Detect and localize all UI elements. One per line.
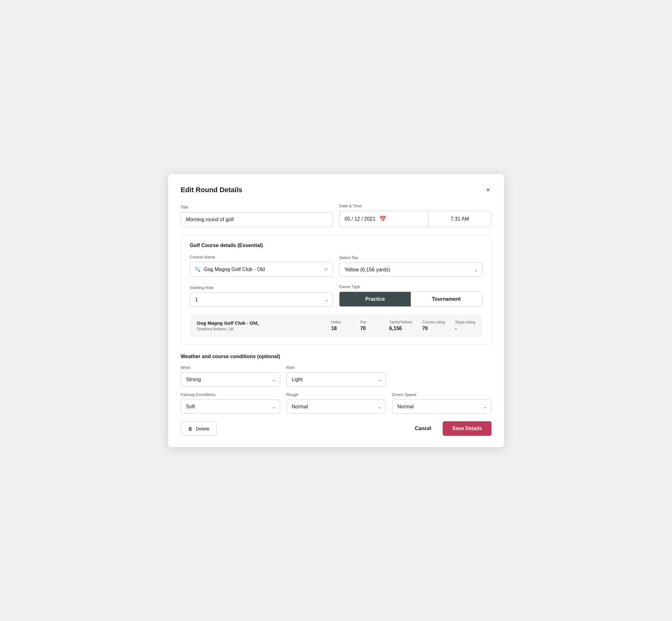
par-stat: Par 70 [360,320,379,331]
wind-label: Wind [181,365,280,370]
modal-title: Edit Round Details [181,186,243,194]
weather-section: Weather and course conditions (optional)… [181,354,492,414]
close-button[interactable]: × [485,185,492,195]
fairway-select-wrap: Firm Normal Soft Wet ⌄ [181,400,280,414]
slope-rating-label: Slope rating [455,320,475,324]
yards-label: Yards(Yellow) [389,320,412,324]
select-tee-wrap: Yellow (6,156 yards) White (6,500 yards)… [339,262,482,277]
course-info-box: Gog Magog Golf Club - Old, Shelford Bott… [190,314,482,337]
rough-dropdown[interactable]: Short Normal Long [287,400,386,414]
yards-stat: Yards(Yellow) 6,156 [389,320,412,331]
green-speed-select-wrap: Slow Normal Fast Very Fast ⌄ [392,400,492,414]
title-group: Title [181,205,333,227]
course-name-search[interactable]: 🔍 ✕ [190,262,333,277]
title-label: Title [181,205,333,210]
practice-toggle-button[interactable]: Practice [339,292,411,306]
search-icon: 🔍 [195,266,201,272]
course-tee-row: Course Name 🔍 ✕ Select Tee Yellow (6,156… [190,255,482,277]
course-rating-stat: Course rating 70 [422,320,445,331]
clear-icon[interactable]: ✕ [324,266,328,272]
select-tee-group: Select Tee Yellow (6,156 yards) White (6… [339,255,482,277]
starting-hole-dropdown[interactable]: 1 10 [190,292,333,307]
green-speed-dropdown[interactable]: Slow Normal Fast Very Fast [392,400,492,414]
starting-hole-label: Starting Hole [190,285,333,290]
game-type-group: Game Type Practice Tournament [339,284,482,307]
course-name-label: Course Name [190,255,333,259]
course-name-display: Gog Magog Golf Club - Old, [197,320,321,326]
green-speed-label: Green Speed [392,392,492,397]
slope-rating-value: - [455,326,457,331]
wind-rain-row: Wind Calm Light Moderate Strong Very Str… [181,365,492,386]
calendar-icon: 📅 [379,215,386,222]
slope-rating-stat: Slope rating - [455,320,475,331]
delete-label: Delete [196,426,209,431]
fairway-label: Fairway Conditions [181,392,280,397]
time-value: 7:31 AM [451,216,469,222]
rough-group: Rough Short Normal Long ⌄ [287,392,386,414]
select-tee-label: Select Tee [339,255,482,260]
rain-label: Rain [287,365,386,370]
fairway-dropdown[interactable]: Firm Normal Soft Wet [181,400,280,414]
rain-select-wrap: None Light Moderate Heavy ⌄ [287,372,386,386]
rough-label: Rough [287,392,386,397]
rain-dropdown[interactable]: None Light Moderate Heavy [287,372,386,386]
datetime-group: Date & Time 05 / 12 / 2021 📅 7:31 AM [339,204,492,227]
course-rating-value: 70 [422,326,428,331]
time-input[interactable]: 7:31 AM [428,211,491,227]
date-time-row: 05 / 12 / 2021 📅 7:31 AM [339,211,492,227]
footer-right: Cancel Save Details [410,421,492,436]
wind-dropdown[interactable]: Calm Light Moderate Strong Very Strong [181,372,280,386]
course-location: Shelford Bottom, UK [197,327,321,331]
course-rating-label: Course rating [422,320,445,324]
par-value: 70 [360,326,366,331]
edit-round-modal: Edit Round Details × Title Date & Time 0… [168,174,504,447]
game-type-toggle: Practice Tournament [339,292,482,307]
holes-label: Holes [331,320,341,324]
hole-gametype-row: Starting Hole 1 10 ⌄ Game Type Practice … [190,284,482,307]
yards-value: 6,156 [389,326,402,331]
title-input[interactable] [181,212,333,227]
starting-hole-group: Starting Hole 1 10 ⌄ [190,285,333,307]
holes-value: 18 [331,326,337,331]
footer-row: 🗑 Delete Cancel Save Details [181,421,492,436]
modal-header: Edit Round Details × [181,185,492,195]
trash-icon: 🗑 [188,426,193,431]
holes-stat: Holes 18 [331,320,350,331]
date-value: 05 / 12 / 2021 [344,216,375,222]
datetime-label: Date & Time [339,204,492,208]
delete-button[interactable]: 🗑 Delete [181,422,217,436]
title-datetime-row: Title Date & Time 05 / 12 / 2021 📅 7:31 … [181,204,492,227]
fairway-group: Fairway Conditions Firm Normal Soft Wet … [181,392,280,414]
cancel-button[interactable]: Cancel [410,422,436,435]
game-type-label: Game Type [339,284,482,289]
fairway-rough-green-row: Fairway Conditions Firm Normal Soft Wet … [181,392,492,414]
green-speed-group: Green Speed Slow Normal Fast Very Fast ⌄ [392,392,492,414]
par-label: Par [360,320,366,324]
rough-select-wrap: Short Normal Long ⌄ [287,400,386,414]
rain-group: Rain None Light Moderate Heavy ⌄ [287,365,386,386]
golf-course-section: Golf Course details (Essential) Course N… [181,235,492,345]
golf-course-title: Golf Course details (Essential) [190,243,482,248]
tournament-toggle-button[interactable]: Tournament [411,292,482,306]
starting-hole-wrap: 1 10 ⌄ [190,292,333,307]
wind-group: Wind Calm Light Moderate Strong Very Str… [181,365,280,386]
course-name-group: Course Name 🔍 ✕ [190,255,333,277]
weather-title: Weather and course conditions (optional) [181,354,492,360]
wind-select-wrap: Calm Light Moderate Strong Very Strong ⌄ [181,372,280,386]
course-info-name-block: Gog Magog Golf Club - Old, Shelford Bott… [197,320,321,331]
course-search-input[interactable] [204,266,321,272]
date-input[interactable]: 05 / 12 / 2021 📅 [339,211,428,227]
select-tee-dropdown[interactable]: Yellow (6,156 yards) White (6,500 yards)… [339,262,482,277]
save-button[interactable]: Save Details [443,421,491,436]
